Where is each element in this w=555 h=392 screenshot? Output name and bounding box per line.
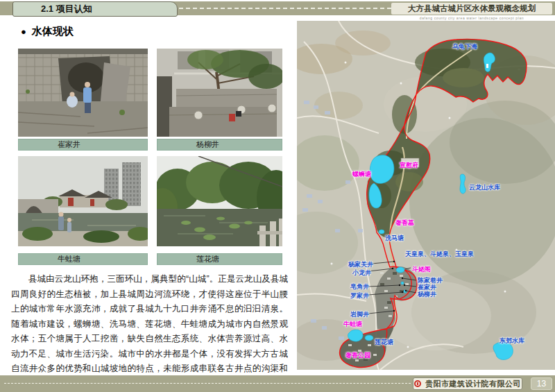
- photo-lianhua-pond: [157, 156, 282, 246]
- footer-dashed-line: [4, 383, 411, 384]
- photo-niuwa-pond: [18, 156, 148, 246]
- section-heading: ●水体现状: [21, 25, 74, 38]
- map-label: 云龙山水库: [469, 183, 500, 192]
- map-label: 斗姥阁: [412, 265, 431, 274]
- map-label: 宣慰府: [400, 161, 418, 170]
- map-label: 奢香墓: [395, 219, 414, 228]
- photo-caption: 杨柳井: [157, 139, 282, 151]
- map-labels: 乌龟下海宣慰府螺蛳塘云龙山水库奢香墓洗马塘天皇泉、斗姥泉、玉皇泉杨家关井小龙井斗…: [297, 21, 555, 370]
- section-heading-text: 水体现状: [32, 25, 74, 37]
- map-label: 奢香公园: [345, 351, 370, 360]
- map-label: 罗家井: [350, 291, 369, 300]
- bullet-icon: ●: [21, 26, 26, 37]
- company-name: 贵阳市建筑设计院有限公司: [425, 379, 521, 389]
- map-label: 小龙井: [352, 269, 371, 278]
- page-title-english: dafang county city area water landscape …: [391, 16, 552, 20]
- map-label: 莲花塘: [375, 338, 393, 347]
- company-logo-icon: [414, 380, 421, 387]
- map-label: 天皇泉、斗姥泉、玉皇泉: [405, 250, 474, 259]
- map-label: 洗马塘: [385, 234, 404, 243]
- map-label: 皂角井: [350, 282, 369, 291]
- map-label: 东郊水库: [500, 336, 524, 346]
- header-dashed-line: [179, 8, 391, 9]
- map-label: 杨柳井: [418, 290, 436, 299]
- photo-caption: 牛蛙塘: [18, 253, 148, 265]
- section-tab: 2.1 项目认知: [12, 1, 178, 17]
- page-title: 大方县城古城片区水体景观概念规划: [391, 3, 552, 15]
- satellite-map: 乌龟下海宣慰府螺蛳塘云龙山水库奢香墓洗马塘天皇泉、斗姥泉、玉皇泉杨家关井小龙井斗…: [297, 21, 555, 370]
- photo-caption: 崔家井: [18, 139, 148, 151]
- photo-caption: 莲花塘: [157, 253, 282, 265]
- page-number: 13: [531, 377, 552, 390]
- photo-cuijia-well: [18, 49, 148, 137]
- map-label: 岩脚井: [350, 310, 369, 319]
- photo-yangliu-well: [157, 49, 282, 137]
- map-label: 乌龟下海: [452, 42, 477, 51]
- map-label: 牛蛙塘: [343, 320, 362, 329]
- company-box: 贵阳市建筑设计院有限公司: [413, 377, 522, 390]
- body-paragraph: 县城由云龙山环抱，三面环山，属典型的“山城”。正是云龙山及县城四周良好的生态植被…: [11, 272, 288, 391]
- map-label: 螺蛳塘: [352, 170, 371, 179]
